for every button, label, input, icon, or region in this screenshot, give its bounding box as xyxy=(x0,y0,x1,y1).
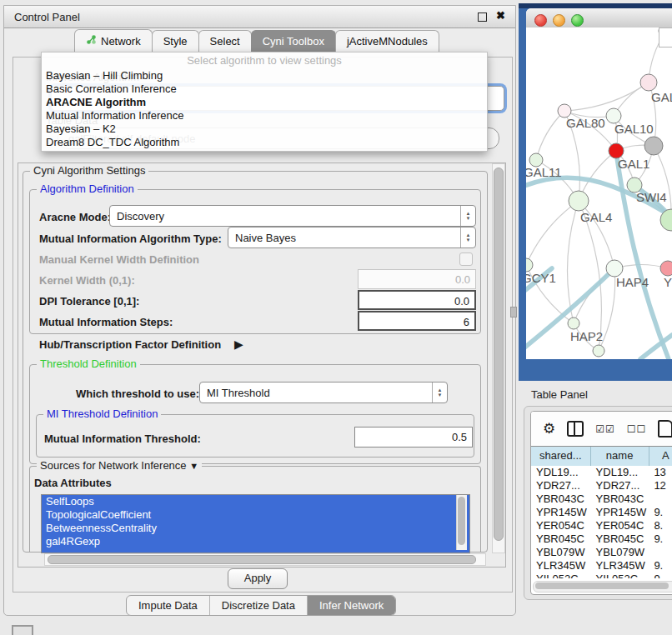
mi-threshold-input[interactable]: 0.5 xyxy=(354,427,473,448)
table-row[interactable]: YBR045CYBR045C9. xyxy=(531,532,672,546)
minimized-panel-icon[interactable] xyxy=(12,625,33,635)
tab-network[interactable]: Network xyxy=(74,29,153,52)
tab-impute-data[interactable]: Impute Data xyxy=(127,596,210,615)
network-icon xyxy=(86,34,97,48)
scrollbar-thumb[interactable] xyxy=(494,168,504,541)
stepper-icon[interactable]: ▲▼ xyxy=(460,206,475,226)
control-panel-titlebar[interactable]: Control Panel ✖ xyxy=(4,6,515,28)
attribute-item[interactable]: gal4RGexp xyxy=(42,535,469,548)
cyni-bottom-tabs: Impute DataDiscretize DataInfer Network xyxy=(126,595,396,616)
table-row[interactable]: YPR145WYPR145W9. xyxy=(531,506,672,519)
column-header[interactable]: name xyxy=(591,447,649,466)
aracne-mode-combo[interactable]: Discovery ▲▼ xyxy=(109,205,476,227)
table-cell: YDR27... xyxy=(531,479,591,492)
hub-definition-label: Hub/Transcription Factor Definition xyxy=(39,338,221,351)
network-node-hap2[interactable] xyxy=(568,318,579,329)
panel-splitter-handle[interactable] xyxy=(510,307,517,318)
table-cell: 12 xyxy=(649,479,672,492)
settings-horizontal-scrollbar[interactable] xyxy=(44,553,486,566)
network-node[interactable] xyxy=(593,345,604,357)
mi-type-combo[interactable]: Naive Bayes ▲▼ xyxy=(228,227,476,248)
close-icon[interactable]: ✖ xyxy=(496,9,505,22)
scrollbar-thumb[interactable] xyxy=(458,497,465,545)
network-node-y[interactable] xyxy=(660,261,672,276)
kernel-width-input[interactable]: 0.0 xyxy=(358,269,476,289)
dropdown-item[interactable]: Bayesian – K2 xyxy=(42,122,487,136)
column-header[interactable]: A xyxy=(649,447,672,466)
tab-label: jActiveMNodules xyxy=(347,35,428,48)
network-canvas[interactable]: GALGAL80GAL10GAL1GAL11SWI4GAL4GCY1HAP4YH… xyxy=(526,28,672,359)
dropdown-item[interactable]: ARACNE Algorithm xyxy=(42,96,487,109)
table-row[interactable]: YER054CYER054C8. xyxy=(531,519,672,532)
table-row[interactable]: YDL19...YDL19...13 xyxy=(531,466,672,479)
network-window-titlebar[interactable] xyxy=(526,8,672,28)
dropdown-item[interactable]: Dream8 DC_TDC Algorithm xyxy=(42,136,487,149)
close-traffic-light-icon[interactable] xyxy=(534,14,547,27)
table-cell: 9. xyxy=(649,532,672,546)
table-cell: YLR345W xyxy=(531,559,591,572)
tab-cyni-toolbox[interactable]: Cyni Toolbox xyxy=(251,30,336,52)
settings-vertical-scrollbar[interactable] xyxy=(492,163,505,553)
attribute-item[interactable]: TopologicalCoefficient xyxy=(42,508,469,522)
cyni-algorithm-settings-title: Cyni Algorithm Settings xyxy=(30,164,148,177)
table-row[interactable]: YDR27...YDR27...12 xyxy=(531,479,672,492)
deselect-all-columns-icon[interactable]: ☐☐ xyxy=(627,423,647,435)
column-header[interactable]: shared... xyxy=(531,447,591,466)
function-builder-icon[interactable] xyxy=(658,420,672,438)
tab-select[interactable]: Select xyxy=(198,30,252,52)
network-node-hap4[interactable] xyxy=(606,260,623,277)
tab-label: Style xyxy=(163,35,188,48)
threshold-definition-title: Threshold Definition xyxy=(37,358,140,370)
apply-button[interactable]: Apply xyxy=(228,568,288,589)
table-row[interactable]: YBR043CYBR043C xyxy=(531,492,672,506)
dropdown-item[interactable]: Basic Correlation Inference xyxy=(42,82,487,96)
dpi-tolerance-input[interactable]: 0.0 xyxy=(358,290,476,310)
stepper-icon[interactable]: ▲▼ xyxy=(460,228,475,248)
minimize-traffic-light-icon[interactable] xyxy=(553,14,565,27)
table-panel-title: Table Panel xyxy=(531,388,588,401)
expand-arrow-icon[interactable]: ▶ xyxy=(234,338,243,351)
dropdown-item[interactable]: Mutual Information Inference xyxy=(42,109,487,122)
data-attributes-list: SelfLoopsTopologicalCoefficientBetweenne… xyxy=(41,494,470,553)
collapse-arrow-icon[interactable]: ▼ xyxy=(189,461,198,471)
select-all-columns-icon[interactable]: ☑☑ xyxy=(595,423,615,435)
attribute-item[interactable]: BetweennessCentrality xyxy=(42,522,469,535)
gear-icon[interactable]: ⚙ xyxy=(543,422,555,436)
dropdown-placeholder: Select algorithm to view settings xyxy=(42,52,487,69)
table-horizontal-scrollbar[interactable] xyxy=(533,581,672,592)
scrollbar-thumb[interactable] xyxy=(535,582,669,589)
network-node-gal[interactable] xyxy=(640,74,657,91)
dropdown-item[interactable]: Bayesian – Hill Climbing xyxy=(42,69,487,82)
table-cell: YIL052C xyxy=(531,572,591,578)
tab-discretize-data[interactable]: Discretize Data xyxy=(210,596,308,615)
attribute-item[interactable]: SelfLoops xyxy=(42,495,469,508)
network-scrollbar-fragment[interactable] xyxy=(659,28,672,48)
stepper-icon[interactable]: ▲▼ xyxy=(432,382,447,402)
network-node-gcy1[interactable] xyxy=(526,258,533,272)
float-window-icon[interactable] xyxy=(478,12,487,22)
tab-style[interactable]: Style xyxy=(152,30,199,52)
table-cell: 9. xyxy=(649,506,672,519)
algorithm-definition-title: Algorithm Definition xyxy=(37,182,138,195)
table-cell: YDR27... xyxy=(591,479,649,492)
table-row[interactable]: YBL079WYBL079W xyxy=(531,546,672,559)
attributes-scrollbar[interactable] xyxy=(456,495,467,550)
split-columns-icon[interactable] xyxy=(567,421,584,437)
tab-infer-network[interactable]: Infer Network xyxy=(308,596,395,615)
node-label: HAP4 xyxy=(616,275,649,289)
mi-steps-input[interactable]: 6 xyxy=(358,311,476,331)
table-cell: YBL079W xyxy=(591,546,649,559)
table-row[interactable]: YIL052CYIL052C9 xyxy=(531,572,672,578)
network-edge xyxy=(536,111,564,160)
tab-jactivemnodules[interactable]: jActiveMNodules xyxy=(335,30,439,52)
table-header-row: shared...nameA xyxy=(531,447,672,467)
network-node[interactable] xyxy=(644,137,663,155)
which-threshold-combo[interactable]: MI Threshold ▲▼ xyxy=(199,382,448,403)
scrollbar-thumb[interactable] xyxy=(48,555,476,564)
manual-kernel-checkbox[interactable] xyxy=(459,252,473,266)
control-panel-window: Control Panel ✖ NetworkStyleSelectCyni T… xyxy=(3,5,516,616)
network-node-gal4[interactable] xyxy=(569,191,589,211)
zoom-traffic-light-icon[interactable] xyxy=(571,14,584,27)
table-row[interactable]: YLR345WYLR345W9. xyxy=(531,559,672,572)
data-attributes-label: Data Attributes xyxy=(34,477,112,489)
